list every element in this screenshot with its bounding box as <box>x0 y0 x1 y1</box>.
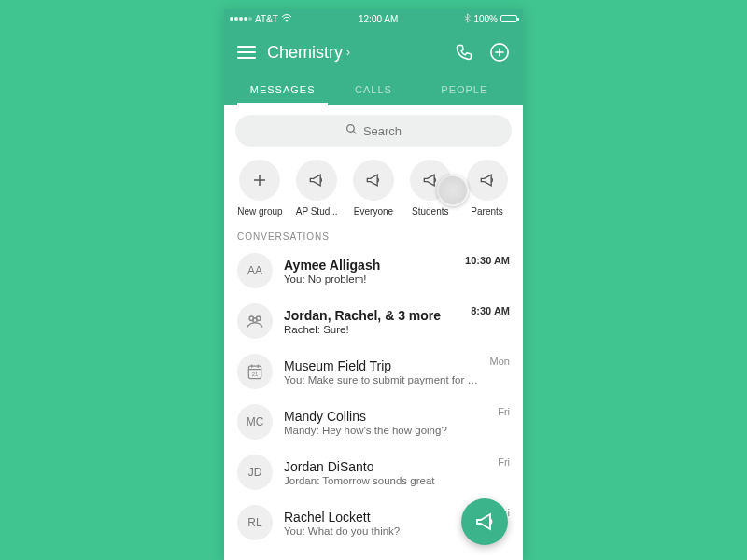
call-button[interactable] <box>454 42 474 63</box>
group-label: New group <box>237 206 282 217</box>
bluetooth-icon <box>464 13 471 25</box>
group-label: AP Stud... <box>296 206 338 217</box>
avatar: JD <box>237 455 273 490</box>
conversation-row[interactable]: AAAymee AlligashYou: No problem!10:30 AM <box>224 245 523 296</box>
group-label: Students <box>412 206 448 217</box>
group-shortcut[interactable]: AP Stud... <box>290 160 344 217</box>
avatar: MC <box>237 404 273 440</box>
conversation-time: 10:30 AM <box>465 255 510 266</box>
tab-calls[interactable]: CALLS <box>328 75 418 105</box>
status-time: 12:00 AM <box>359 14 398 24</box>
megaphone-icon <box>296 160 337 201</box>
conversation-preview: Rachel: Sure! <box>284 324 459 335</box>
group-icon <box>237 303 273 339</box>
megaphone-icon <box>353 160 394 201</box>
conversation-preview: Jordan: Tomorrow sounds great <box>284 475 486 486</box>
search-input[interactable]: Search <box>235 115 512 147</box>
header-title-text: Chemistry <box>267 43 343 63</box>
battery-pct: 100% <box>473 14 498 24</box>
conversation-title: Rachel Lockett <box>284 510 486 525</box>
conversation-time: Mon <box>490 356 510 367</box>
conversation-time: Fri <box>498 456 510 468</box>
group-label: Everyone <box>354 206 393 217</box>
status-bar: AT&T 12:00 AM 100% <box>224 9 523 28</box>
header-title[interactable]: Chemistry › <box>267 43 443 63</box>
svg-point-2 <box>347 125 355 133</box>
svg-text:21: 21 <box>252 371 258 377</box>
compose-button[interactable] <box>489 42 510 63</box>
conversation-row[interactable]: JDJordan DiSantoJordan: Tomorrow sounds … <box>224 447 523 497</box>
group-label: Parents <box>471 206 502 217</box>
tab-messages[interactable]: MESSAGES <box>237 75 328 105</box>
conversation-title: Jordan, Rachel, & 3 more <box>284 308 459 323</box>
wifi-icon <box>281 14 292 24</box>
phone-frame: AT&T 12:00 AM 100% Chemistry › <box>224 9 523 560</box>
conversation-time: Fri <box>498 406 510 417</box>
tab-bar: MESSAGESCALLSPEOPLE <box>237 75 510 105</box>
conversation-title: Aymee Alligash <box>284 258 454 273</box>
conversation-preview: You: No problem! <box>284 273 454 285</box>
plus-icon <box>239 160 280 201</box>
avatar: AA <box>237 253 273 288</box>
main-content: Search New groupAP Stud...EveryoneStuden… <box>224 105 523 560</box>
conversation-preview: Mandy: Hey how's the how going? <box>284 425 486 436</box>
conversation-time: 8:30 AM <box>471 305 510 316</box>
touch-indicator <box>437 175 469 206</box>
svg-point-0 <box>286 21 287 21</box>
avatar: RL <box>237 505 273 540</box>
conversation-title: Mandy Collins <box>284 409 486 424</box>
app-header: Chemistry › MESSAGESCALLSPEOPLE <box>224 28 523 105</box>
conversation-title: Museum Field Trip <box>284 358 479 373</box>
chevron-right-icon: › <box>346 46 350 59</box>
section-header: CONVERSATIONS <box>224 226 523 245</box>
signal-dots-icon <box>230 17 252 21</box>
battery-icon <box>500 15 517 22</box>
search-icon <box>345 123 358 138</box>
tab-people[interactable]: PEOPLE <box>419 75 510 105</box>
carrier-label: AT&T <box>255 14 278 24</box>
megaphone-icon <box>467 160 508 201</box>
menu-button[interactable] <box>237 46 256 59</box>
conversation-row[interactable]: Jordan, Rachel, & 3 moreRachel: Sure!8:3… <box>224 296 523 346</box>
new-announcement-fab[interactable] <box>461 498 508 545</box>
conversation-row[interactable]: MCMandy CollinsMandy: Hey how's the how … <box>224 397 523 447</box>
group-shortcut[interactable]: Everyone <box>347 160 401 217</box>
search-placeholder: Search <box>363 124 402 138</box>
conversation-preview: You: What do you think? <box>284 525 486 537</box>
group-shortcuts: New groupAP Stud...EveryoneStudentsParen… <box>224 156 523 226</box>
conversation-title: Jordan DiSanto <box>284 459 486 474</box>
conversation-preview: You: Make sure to submit payment for t..… <box>284 374 479 385</box>
calendar-icon: 21 <box>237 354 273 389</box>
conversation-row[interactable]: 21Museum Field TripYou: Make sure to sub… <box>224 346 523 397</box>
group-shortcut[interactable]: New group <box>233 160 287 217</box>
